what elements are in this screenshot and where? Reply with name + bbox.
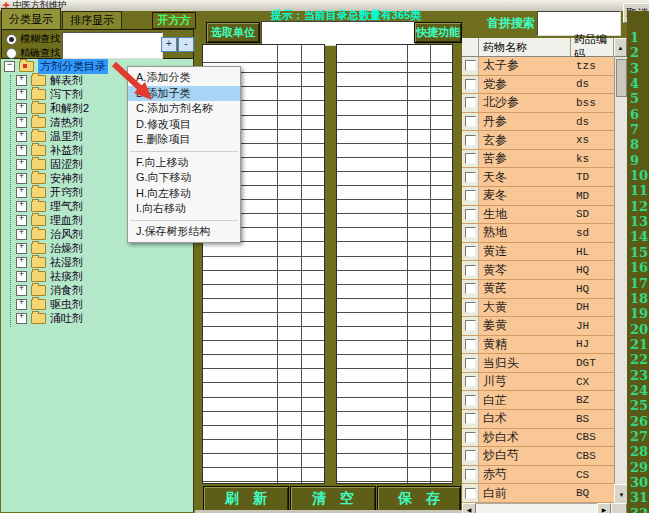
expand-plus-icon[interactable]: + <box>16 299 27 310</box>
table-row[interactable]: 黄芪HQ <box>462 280 614 299</box>
menu-item[interactable]: I.向右移动 <box>128 201 240 217</box>
drug-checkbox[interactable] <box>465 246 476 257</box>
drug-name[interactable]: 炒白芍 <box>479 447 571 466</box>
drug-code[interactable]: BZ <box>571 391 614 410</box>
expand-plus-button[interactable]: + <box>161 37 177 52</box>
table-row[interactable]: 麦冬MD <box>462 187 614 206</box>
expand-plus-icon[interactable]: + <box>16 229 27 240</box>
drug-checkbox[interactable] <box>465 116 476 127</box>
drug-code[interactable]: DH <box>571 299 614 318</box>
drug-checkbox[interactable] <box>465 320 476 331</box>
prescription-grid-right[interactable] <box>336 44 453 484</box>
tree-item-label[interactable]: 安神剂 <box>50 171 83 186</box>
drug-code[interactable]: BQ <box>571 484 614 503</box>
table-row[interactable]: 川芎CX <box>462 373 614 392</box>
drug-name[interactable]: 大黄 <box>479 299 571 318</box>
drug-name[interactable]: 白前 <box>479 484 571 503</box>
drug-vertical-scrollbar[interactable] <box>614 57 627 484</box>
table-row[interactable]: 黄连HL <box>462 243 614 262</box>
drug-name[interactable]: 党参 <box>479 76 571 95</box>
tree-item-label[interactable]: 补益剂 <box>50 143 83 158</box>
drug-name[interactable]: 白芷 <box>479 391 571 410</box>
tree-item-label[interactable]: 治风剂 <box>50 227 83 242</box>
drug-checkbox[interactable] <box>465 395 476 406</box>
scrollbar-thumb[interactable] <box>616 59 627 97</box>
drug-name[interactable]: 苦参 <box>479 150 571 169</box>
tree-item-label[interactable]: 治燥剂 <box>50 241 83 256</box>
table-row[interactable]: 姜黄JH <box>462 317 614 336</box>
collapse-minus-button[interactable]: - <box>178 37 194 52</box>
drug-name[interactable]: 姜黄 <box>479 317 571 336</box>
drug-code[interactable]: HQ <box>571 261 614 280</box>
drug-name[interactable]: 天冬 <box>479 168 571 187</box>
expand-plus-icon[interactable]: + <box>16 89 27 100</box>
drug-code[interactable]: ks <box>571 150 614 169</box>
tree-item-label[interactable]: 祛湿剂 <box>50 255 83 270</box>
drug-name[interactable]: 黄精 <box>479 336 571 355</box>
drug-name[interactable]: 黄连 <box>479 243 571 262</box>
quick-function-button[interactable]: 快捷功能 <box>414 22 462 43</box>
drug-code[interactable]: xs <box>571 131 614 150</box>
table-row[interactable]: 天冬TD <box>462 168 614 187</box>
tree-root-label[interactable]: 方剂分类目录 <box>38 59 108 74</box>
save-button[interactable]: 保 存 <box>377 486 461 512</box>
scroll-up-icon[interactable]: ▲ <box>614 38 627 57</box>
drug-name[interactable]: 炒白术 <box>479 429 571 448</box>
table-row[interactable]: 黄芩HQ <box>462 261 614 280</box>
menu-item[interactable]: B.添加子类 <box>128 86 240 102</box>
table-row[interactable]: 生地SD <box>462 206 614 225</box>
drug-name-column-header[interactable]: 药物名称 <box>479 38 571 57</box>
table-row[interactable]: 炒白芍CBS <box>462 447 614 466</box>
table-row[interactable]: 党参ds <box>462 76 614 95</box>
drug-name[interactable]: 玄参 <box>479 131 571 150</box>
drug-code[interactable]: CBS <box>571 429 614 448</box>
open-mode-button[interactable]: 开方方式 <box>152 12 196 29</box>
drug-name[interactable]: 太子参 <box>479 57 571 76</box>
drug-checkbox[interactable] <box>465 190 476 201</box>
drug-code[interactable]: JH <box>571 317 614 336</box>
drug-code[interactable]: CS <box>571 466 614 485</box>
expand-plus-icon[interactable]: + <box>16 145 27 156</box>
menu-item[interactable]: A.添加分类 <box>128 70 240 86</box>
drug-name[interactable]: 当归头 <box>479 354 571 373</box>
table-row[interactable]: 赤芍CS <box>462 466 614 485</box>
drug-name[interactable]: 丹参 <box>479 113 571 132</box>
drug-checkbox[interactable] <box>465 450 476 461</box>
drug-checkbox[interactable] <box>465 97 476 108</box>
drug-code[interactable]: HJ <box>571 336 614 355</box>
table-row[interactable]: 苦参ks <box>462 150 614 169</box>
table-row[interactable]: 熟地sd <box>462 224 614 243</box>
tree-item-label[interactable]: 祛痰剂 <box>50 269 83 284</box>
table-row[interactable]: 当归头DGT <box>462 354 614 373</box>
expand-plus-icon[interactable]: + <box>16 103 27 114</box>
drug-horizontal-scrollbar[interactable]: ◀ ▶ <box>462 503 627 513</box>
table-row[interactable]: 白术BS <box>462 410 614 429</box>
drug-checkbox[interactable] <box>465 413 476 424</box>
drug-checkbox[interactable] <box>465 209 476 220</box>
table-row[interactable]: 白前BQ <box>462 484 614 503</box>
tree-item-label[interactable]: 解表剂 <box>50 73 83 88</box>
drug-checkbox[interactable] <box>465 469 476 480</box>
tree-item-label[interactable]: 固涩剂 <box>50 157 83 172</box>
scroll-right-icon[interactable]: ▶ <box>597 503 611 513</box>
menu-item[interactable]: J.保存树形结构 <box>128 224 240 240</box>
radio-unselected-icon[interactable] <box>6 48 17 59</box>
drug-checkbox[interactable] <box>465 265 476 276</box>
drug-checkbox[interactable] <box>465 358 476 369</box>
drug-code-column-header[interactable]: 药品编码 <box>571 38 614 57</box>
drug-code[interactable]: ds <box>571 76 614 95</box>
expand-plus-icon[interactable]: + <box>16 243 27 254</box>
tree-item-label[interactable]: 清热剂 <box>50 115 83 130</box>
expand-plus-icon[interactable]: + <box>16 285 27 296</box>
drug-name[interactable]: 生地 <box>479 206 571 225</box>
expand-plus-icon[interactable]: + <box>16 313 27 324</box>
drug-name[interactable]: 黄芪 <box>479 280 571 299</box>
tree-item[interactable]: +消食剂 <box>1 283 193 297</box>
tree-item-label[interactable]: 和解剂2 <box>50 101 89 116</box>
tree-search-input[interactable] <box>62 32 163 59</box>
tree-item-label[interactable]: 泻下剂 <box>50 87 83 102</box>
drug-code[interactable]: DGT <box>571 354 614 373</box>
expand-plus-icon[interactable]: + <box>16 117 27 128</box>
tree-item[interactable]: +涌吐剂 <box>1 311 193 325</box>
expand-plus-icon[interactable]: + <box>16 215 27 226</box>
